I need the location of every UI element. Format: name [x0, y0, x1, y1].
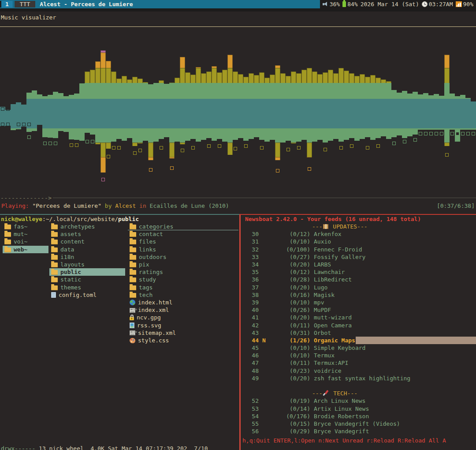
- viz-peak-marker: [339, 146, 343, 150]
- file-item[interactable]: contact: [128, 230, 238, 238]
- file-item[interactable]: tech: [128, 291, 238, 299]
- viz-peak-marker: [107, 155, 110, 158]
- file-item[interactable]: index.xml: [128, 306, 238, 314]
- viz-bar-mirror: [100, 157, 106, 172]
- viz-peak-marker: [286, 148, 290, 151]
- feed-row[interactable]: 34(0/20)LARBS: [241, 261, 476, 268]
- viz-bar-mirror: [106, 142, 111, 149]
- file-item[interactable]: themes: [49, 284, 125, 291]
- feed-title: Auxio: [310, 238, 331, 245]
- feed-row[interactable]: 42(0/11)Open Camera: [241, 321, 476, 329]
- file-item[interactable]: categories: [128, 223, 238, 230]
- viz-bar: [132, 83, 138, 99]
- feed-row[interactable]: 53(0/14)Artix Linux News: [241, 405, 476, 412]
- file-item[interactable]: outdoors: [128, 253, 238, 261]
- viz-bar: [217, 83, 222, 99]
- file-item[interactable]: content: [49, 238, 125, 245]
- feed-row[interactable]: 38(0/16)Magisk: [241, 291, 476, 299]
- feed-unread-count: (0/12): [269, 231, 310, 237]
- feed-row[interactable]: 43(0/31)Orbot: [241, 329, 476, 337]
- feed-row[interactable]: 54(0/176)Brodie Robertson: [241, 412, 476, 420]
- file-item[interactable]: index.html: [128, 299, 238, 306]
- viz-peak-marker: [91, 140, 94, 143]
- feed-row[interactable]: 37(0/20)Lugo: [241, 284, 476, 291]
- file-item[interactable]: fas~: [3, 223, 48, 230]
- file-item[interactable]: layouts: [49, 261, 125, 268]
- file-item[interactable]: i18n: [49, 253, 125, 261]
- feed-title: LibRedirect: [310, 276, 352, 283]
- viz-peak-marker: [234, 147, 237, 150]
- feed-row[interactable]: 30(0/12)Arkenfox: [241, 230, 476, 238]
- file-item[interactable]: study: [128, 276, 238, 283]
- file-item[interactable]: tags: [128, 284, 238, 291]
- file-item[interactable]: static: [49, 276, 125, 283]
- file-item[interactable]: config.toml: [49, 291, 125, 299]
- viz-bar: [413, 92, 418, 99]
- viz-band-square: [22, 123, 26, 126]
- tmux-bar-gap: [0, 8, 476, 11]
- viz-band-square: [1, 123, 4, 126]
- file-item[interactable]: mut~: [3, 230, 48, 238]
- viz-peak-marker: [48, 142, 52, 145]
- viz-bar-mirror: [301, 128, 307, 140]
- file-item[interactable]: style.css: [128, 337, 238, 344]
- file-item[interactable]: files: [128, 238, 238, 245]
- file-item[interactable]: pix: [128, 261, 238, 268]
- feed-title: mpv: [310, 299, 324, 306]
- viz-bar: [444, 68, 450, 83]
- viz-bar: [58, 93, 63, 99]
- viz-bar-mirror: [164, 128, 169, 137]
- feed-title: Organic Maps: [310, 337, 355, 344]
- feed-row[interactable]: 36(0/28)LibRedirect: [241, 276, 476, 283]
- feed-row[interactable]: 52(0/19)Arch Linux News: [241, 397, 476, 405]
- viz-peak-marker: [191, 146, 195, 150]
- viz-bar: [376, 83, 381, 99]
- file-item[interactable]: ncv.gpg: [128, 314, 238, 321]
- feed-row[interactable]: 35(0/12)Lawnchair: [241, 268, 476, 276]
- feed-unread-count: (0/23): [269, 368, 310, 374]
- viz-bar-mirror: [397, 128, 402, 135]
- feed-row[interactable]: 33(0/27)Fossify Gallery: [241, 253, 476, 261]
- folder-icon: [130, 225, 136, 229]
- viz-bar: [196, 67, 201, 68]
- file-item-label: fas~: [14, 223, 27, 230]
- feed-row[interactable]: 48(0/23)voidrice: [241, 367, 476, 375]
- file-item[interactable]: public: [49, 268, 125, 276]
- viz-bar-mirror: [196, 128, 201, 142]
- file-item[interactable]: archetypes: [49, 223, 125, 230]
- viz-bar: [370, 75, 376, 83]
- feed-row[interactable]: 46(0/10)Termux: [241, 352, 476, 359]
- file-item[interactable]: voi~: [3, 238, 48, 245]
- file-item[interactable]: sitemap.xml: [128, 329, 238, 337]
- viz-bar: [143, 83, 148, 99]
- feed-row[interactable]: 49(0/20)zsh fast syntax highlighting: [241, 375, 476, 382]
- feed-row[interactable]: 47(0/11)Termux:API: [241, 359, 476, 367]
- viz-bar-mirror: [11, 128, 16, 130]
- folder-icon: [130, 293, 136, 298]
- tmux-window-number[interactable]: 1: [0, 1, 13, 8]
- file-item[interactable]: links: [128, 246, 238, 253]
- file-item[interactable]: data: [49, 246, 125, 253]
- file-item[interactable]: web~: [3, 246, 48, 253]
- viz-bar-mirror: [132, 128, 138, 142]
- file-item-label: web~: [14, 246, 27, 253]
- track-progress-line[interactable]: ------------->: [0, 195, 476, 201]
- feed-section-heading: --- TECH---: [241, 390, 476, 397]
- file-item[interactable]: assets: [49, 230, 125, 238]
- feed-row[interactable]: 40(0/26)MuPDF: [241, 306, 476, 314]
- file-item[interactable]: ratings: [128, 268, 238, 276]
- feed-number: 33: [245, 254, 259, 260]
- feed-row[interactable]: 41(0/20)mutt-wizard: [241, 314, 476, 321]
- viz-bar-mirror: [344, 128, 349, 140]
- feed-title: Arkenfox: [310, 231, 342, 237]
- file-item[interactable]: rss.svg: [128, 321, 238, 329]
- feed-row[interactable]: 56(0/29)Bryce Vandegrift: [241, 428, 476, 435]
- feed-row[interactable]: 39(0/10)mpv: [241, 299, 476, 306]
- feed-row[interactable]: 44N(1/26)Organic Maps: [241, 337, 476, 344]
- feed-row[interactable]: 31(0/10)Auxio: [241, 238, 476, 245]
- tmux-window-name-tab[interactable]: TTT: [15, 1, 35, 8]
- feed-row[interactable]: 32(0/100)Fennec F-Droid: [241, 246, 476, 253]
- feed-row[interactable]: 55(0/15)Bryce Vandegrift (Videos): [241, 420, 476, 428]
- feed-row[interactable]: 45(0/10)Simple Keyboard: [241, 344, 476, 352]
- feed-title: Lugo: [310, 284, 327, 291]
